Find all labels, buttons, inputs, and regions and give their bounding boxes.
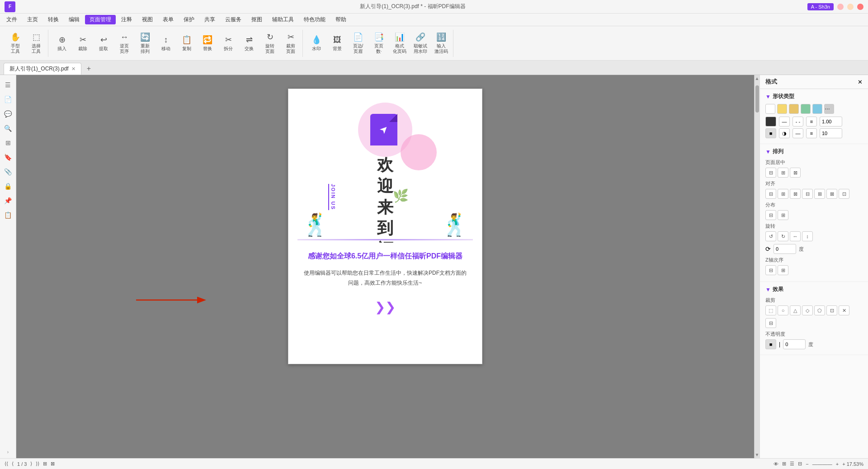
prev-page-start-button[interactable]: ⟨⟨ (5, 461, 8, 467)
vertical-scrollbar[interactable]: ▲ ▼ (754, 75, 760, 458)
sidebar-page-icon[interactable]: 📄 (2, 93, 14, 106)
copy-button[interactable]: 📋 复制 (177, 30, 197, 57)
zoom-out-button[interactable]: − (806, 461, 808, 467)
sidebar-attach-icon[interactable]: 📎 (2, 165, 14, 178)
scroll-up-button[interactable]: ▲ (755, 76, 760, 81)
swatch-white[interactable] (765, 104, 775, 114)
arrange-toggle[interactable]: ▼ (765, 149, 771, 155)
menu-home[interactable]: 主页 (23, 15, 42, 24)
sidebar-sign-icon[interactable]: 📌 (2, 194, 14, 207)
replace-button[interactable]: 🔁 替换 (198, 30, 217, 57)
view-grid-button[interactable]: ⊞ (782, 461, 786, 467)
move-button[interactable]: ↕ 移动 (156, 30, 176, 57)
menu-convert[interactable]: 转换 (43, 15, 63, 24)
reorder-button[interactable]: 🔄 重新排列 (135, 30, 155, 57)
select-tool-button[interactable]: ⬚ 选择工具 (26, 30, 46, 57)
crop-page-button[interactable]: ✂ 裁剪页面 (281, 30, 301, 57)
zoom-in-button[interactable]: + (836, 461, 839, 467)
zoom-slider[interactable]: ———— (812, 461, 832, 467)
extract-button[interactable]: ↩ 提取 (94, 30, 113, 57)
distribute-h-button[interactable]: ⊟ (765, 210, 776, 220)
align-hright-button[interactable]: ⊠ (790, 168, 801, 178)
insert-button[interactable]: ⊕ 插入 (52, 30, 72, 57)
rotation-value-input[interactable] (774, 244, 796, 254)
rotate-button[interactable]: ↻ 旋转页面 (260, 30, 280, 57)
swatch-green[interactable] (801, 104, 811, 114)
sidebar-layers-icon[interactable]: ⊞ (2, 136, 14, 149)
crop-clear-button[interactable]: ✕ (839, 305, 849, 315)
hand-tool-button[interactable]: ✋ 手型工具 (5, 30, 25, 57)
align-tl-button[interactable]: ⊟ (765, 189, 776, 199)
opacity-button[interactable]: ◑ (779, 128, 790, 138)
corner-radius-input[interactable] (820, 128, 842, 138)
menu-edit[interactable]: 编辑 (64, 15, 84, 24)
sidebar-expand-button[interactable]: › (7, 450, 9, 455)
panel-close-button[interactable]: ✕ (858, 79, 863, 85)
next-page-button[interactable]: ⟩ (30, 461, 32, 467)
reverse-button[interactable]: ↔ 逆页页序 (114, 30, 134, 57)
crop-custom-button[interactable]: ⊟ (765, 318, 776, 328)
menu-protect[interactable]: 保护 (179, 15, 199, 24)
document-tab[interactable]: 新人引导(1)_OCR(3).pdf ✕ (4, 63, 81, 75)
swap-button[interactable]: ⇌ 交换 (239, 30, 259, 57)
bring-front-button[interactable]: ⊟ (765, 265, 776, 275)
swatch-gold[interactable] (789, 104, 799, 114)
align-bl-button[interactable]: ⊟ (802, 189, 813, 199)
menu-view[interactable]: 视图 (137, 15, 157, 24)
menu-tools[interactable]: 辅助工具 (268, 15, 298, 24)
fill-color-button[interactable]: ■ (765, 128, 776, 138)
crop-triangle-button[interactable]: △ (790, 305, 801, 315)
split-button[interactable]: ✂ 拆分 (218, 30, 238, 57)
sidebar-stamps-icon[interactable]: 📋 (2, 209, 14, 221)
align-tr-button[interactable]: ⊠ (790, 189, 801, 199)
fit-width-button[interactable]: ⊠ (51, 461, 55, 467)
align-tc-button[interactable]: ⊞ (778, 189, 788, 199)
align-left-btn[interactable]: ≡ (806, 128, 817, 138)
activate-button[interactable]: 🔢 输入激活码 (431, 30, 451, 57)
new-tab-button[interactable]: + (83, 63, 94, 75)
sidebar-thumbnail-icon[interactable]: ☰ (2, 79, 14, 91)
crop-rect-button[interactable]: ⬚ (765, 305, 776, 315)
header-button[interactable]: 📄 页边/页眉 (348, 30, 368, 57)
menu-file[interactable]: 文件 (2, 15, 22, 24)
align-hcenter-button[interactable]: ⊞ (778, 168, 788, 178)
rotate-cw-button[interactable]: ↻ (778, 231, 788, 241)
border-width-input[interactable] (820, 117, 842, 127)
menu-cutout[interactable]: 抠图 (247, 15, 267, 24)
menu-cloud[interactable]: 云服务 (221, 15, 246, 24)
menu-annotate[interactable]: 注释 (117, 15, 137, 24)
sidebar-comment-icon[interactable]: 💬 (2, 108, 14, 120)
sidebar-search-icon[interactable]: 🔍 (2, 122, 14, 135)
background-button[interactable]: 🖼 背景 (327, 30, 347, 57)
effect-toggle[interactable]: ▼ (765, 286, 771, 293)
crop-button[interactable]: ✂ 裁除 (73, 30, 93, 57)
scroll-thumb[interactable] (755, 85, 759, 113)
trial-watermark-button[interactable]: 🔗 聪敏试用水印 (410, 30, 430, 57)
rotate-ccw-button[interactable]: ↺ (765, 231, 776, 241)
crop-diamond-button[interactable]: ◇ (802, 305, 813, 315)
border-color-button[interactable]: ■ (765, 117, 776, 127)
shape-type-toggle[interactable]: ▼ (765, 94, 771, 100)
crop-more-button[interactable]: ⊡ (826, 305, 837, 315)
sidebar-bookmark-icon[interactable]: 🔖 (2, 151, 14, 164)
view-scroll-button[interactable]: ⊟ (798, 461, 802, 467)
border-dot-button[interactable]: ≡ (806, 117, 817, 127)
crop-pentagon-button[interactable]: ⬠ (814, 305, 825, 315)
pagenum-button[interactable]: 📑 页页数· (369, 30, 389, 57)
menu-share[interactable]: 共享 (200, 15, 220, 24)
prev-page-button[interactable]: ⟨ (12, 461, 14, 467)
line-style-button[interactable]: — (793, 128, 803, 138)
swatch-more[interactable]: … (824, 104, 834, 114)
align-hleft-button[interactable]: ⊟ (765, 168, 776, 178)
align-extra-button[interactable]: ⊡ (839, 189, 849, 199)
format-button[interactable]: 📊 格式化页码 (390, 30, 410, 57)
view-list-button[interactable]: ☰ (790, 461, 794, 467)
menu-features[interactable]: 特色功能 (299, 15, 330, 24)
flip-v-button[interactable]: ↕ (802, 231, 813, 241)
menu-page-manage[interactable]: 页面管理 (85, 15, 116, 24)
opacity-color-button[interactable]: ■ (765, 339, 776, 349)
swatch-yellow[interactable] (777, 104, 787, 114)
align-bc-button[interactable]: ⊞ (814, 189, 825, 199)
menu-form[interactable]: 表单 (158, 15, 178, 24)
opacity-value-input[interactable] (783, 339, 806, 349)
